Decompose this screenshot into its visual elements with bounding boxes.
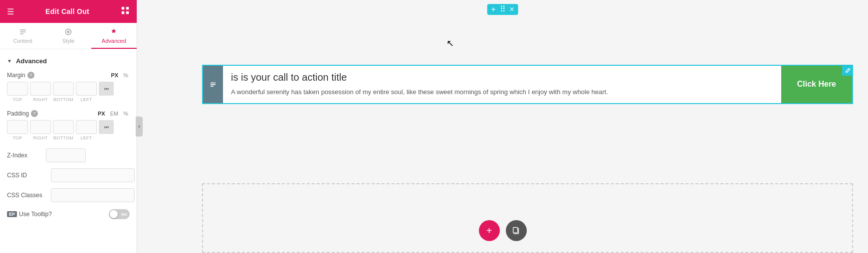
margin-left-input[interactable]	[76, 82, 97, 96]
padding-left-input[interactable]	[76, 120, 97, 134]
margin-info-icon[interactable]: ?	[27, 72, 34, 79]
padding-unit-percent[interactable]: %	[122, 110, 130, 117]
panel-tabs: Content Style Advanced	[0, 23, 137, 49]
margin-unit-selector: PX %	[110, 72, 130, 79]
svg-rect-0	[122, 7, 124, 9]
padding-left-label: LEFT	[76, 135, 97, 140]
left-panel: ☰ Edit Call Out Content Style Advanced ▼…	[0, 0, 137, 253]
padding-unit-selector: PX EM %	[96, 110, 130, 117]
grid-icon[interactable]	[121, 6, 130, 17]
padding-unit-px[interactable]: PX	[96, 110, 107, 117]
panel-title: Edit Call Out	[45, 7, 89, 15]
margin-inputs	[7, 82, 130, 96]
css-classes-row: CSS Classes	[0, 185, 137, 205]
callout-text-area: is is your call to action title A wonder…	[223, 66, 781, 103]
css-id-row: CSS ID	[0, 165, 137, 185]
svg-rect-10	[211, 83, 216, 84]
margin-right-input[interactable]	[30, 82, 51, 96]
callout-edit-icon[interactable]	[842, 65, 853, 76]
padding-bottom-label: BOTTOM	[53, 135, 74, 140]
callout-button-wrapper: Click Here	[781, 66, 852, 103]
padding-right-label: RIGHT	[30, 135, 51, 140]
css-id-label: CSS ID	[7, 172, 47, 179]
margin-top-label: TOP	[7, 97, 28, 102]
padding-top-label: TOP	[7, 135, 28, 140]
panel-collapse-button[interactable]	[136, 117, 143, 136]
callout-body: A wonderful serenity has taken possessio…	[231, 87, 773, 97]
svg-rect-5	[20, 31, 25, 32]
panel-header: ☰ Edit Call Out	[0, 0, 137, 23]
copy-section-button[interactable]	[506, 220, 527, 241]
margin-field-group: Margin ? PX %	[0, 69, 137, 107]
tooltip-row: EP Use Tooltip?	[0, 205, 137, 223]
svg-rect-4	[20, 29, 25, 30]
svg-rect-14	[513, 228, 517, 233]
margin-bottom-input[interactable]	[53, 82, 74, 96]
advanced-section-header[interactable]: ▼ Advanced	[0, 53, 137, 69]
margin-sub-labels: TOP RIGHT BOTTOM LEFT	[7, 97, 130, 102]
callout-title: is is your call to action title	[231, 72, 773, 83]
add-section-button[interactable]: +	[479, 220, 500, 241]
callout-action-button[interactable]: Click Here	[781, 66, 852, 103]
padding-bottom-input[interactable]	[53, 120, 74, 134]
margin-right-label: RIGHT	[30, 97, 51, 102]
callout-icon-block	[203, 66, 223, 103]
z-index-label: Z-Index	[7, 152, 42, 159]
right-content: + ⠿ × ↖ is is your call to action title …	[137, 0, 868, 253]
toolbar-move-icon[interactable]: ⠿	[500, 5, 506, 13]
tab-content[interactable]: Content	[0, 23, 45, 49]
tooltip-label: EP Use Tooltip?	[7, 211, 52, 218]
bottom-actions: +	[479, 220, 527, 241]
css-classes-label: CSS Classes	[7, 192, 47, 199]
tooltip-toggle[interactable]	[109, 209, 130, 219]
padding-top-input[interactable]	[7, 120, 28, 134]
cursor-indicator: ↖	[446, 38, 454, 49]
callout-wrapper[interactable]: is is your call to action title A wonder…	[202, 65, 853, 104]
padding-link-button[interactable]	[99, 120, 114, 134]
margin-bottom-label: BOTTOM	[53, 97, 74, 102]
padding-label-row: Padding ? PX EM %	[7, 110, 130, 117]
margin-label-row: Margin ? PX %	[7, 72, 130, 79]
svg-rect-2	[122, 11, 124, 14]
bottom-section	[202, 183, 853, 253]
svg-rect-1	[126, 7, 129, 9]
padding-label: Padding ?	[7, 110, 38, 117]
svg-rect-3	[126, 11, 129, 14]
toggle-knob	[110, 210, 118, 218]
padding-info-icon[interactable]: ?	[31, 110, 38, 117]
tab-advanced[interactable]: Advanced	[91, 23, 137, 49]
svg-rect-12	[211, 86, 214, 87]
toolbar-add-icon[interactable]: +	[491, 5, 495, 13]
toolbar-close-icon[interactable]: ×	[510, 5, 514, 13]
ep-badge: EP	[7, 211, 17, 217]
hamburger-icon[interactable]: ☰	[7, 7, 14, 16]
z-index-input[interactable]	[46, 148, 86, 162]
margin-unit-px[interactable]: PX	[110, 72, 120, 79]
css-id-input[interactable]	[51, 168, 135, 182]
margin-label: Margin ?	[7, 72, 34, 79]
padding-field-group: Padding ? PX EM %	[0, 107, 137, 145]
panel-body: ▼ Advanced Margin ? PX %	[0, 49, 137, 253]
tab-style[interactable]: Style	[45, 23, 91, 49]
padding-sub-labels: TOP RIGHT BOTTOM LEFT	[7, 135, 130, 140]
element-toolbar: + ⠿ ×	[487, 4, 518, 15]
svg-point-8	[67, 31, 70, 33]
padding-inputs	[7, 120, 130, 134]
css-classes-input[interactable]	[51, 188, 135, 202]
margin-top-input[interactable]	[7, 82, 28, 96]
tooltip-text: Use Tooltip?	[19, 211, 52, 218]
collapse-arrow-icon: ▼	[7, 58, 12, 64]
advanced-section-title: Advanced	[16, 57, 47, 65]
margin-link-button[interactable]	[99, 82, 114, 96]
svg-rect-6	[20, 33, 23, 34]
svg-rect-11	[211, 84, 216, 85]
padding-unit-em[interactable]: EM	[109, 110, 120, 117]
z-index-row: Z-Index	[0, 145, 137, 165]
padding-right-input[interactable]	[30, 120, 51, 134]
margin-left-label: LEFT	[76, 97, 97, 102]
margin-unit-percent[interactable]: %	[122, 72, 130, 79]
